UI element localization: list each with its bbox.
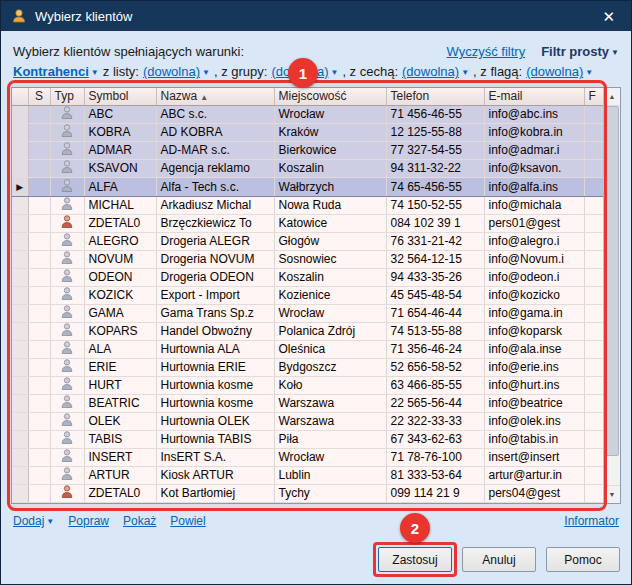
show-link[interactable]: Pokaż <box>123 514 156 528</box>
row-marker <box>12 123 28 141</box>
cell-type <box>50 304 84 322</box>
table-row[interactable]: NOVUMDrogeria NOVUMSosnowiec32 564-12-15… <box>12 250 604 268</box>
cell-nazwa: Hurtownia kosme <box>156 376 274 394</box>
table-row[interactable]: MICHALArkadiusz MichalNowa Ruda74 150-52… <box>12 196 604 214</box>
cell-symbol: OLEK <box>84 412 156 430</box>
chevron-down-icon: ▼ <box>461 68 469 77</box>
cell-type <box>50 376 84 394</box>
z-listy-value[interactable]: (dowolna)▼ <box>143 64 210 79</box>
table-row[interactable]: ODEONDrogeria ODEONKoszalin94 433-35-26i… <box>12 268 604 286</box>
person-icon <box>61 377 73 390</box>
cell-type <box>50 430 84 448</box>
clients-table: S Typ Symbol Nazwa▲ Miejscowość Telefon … <box>12 88 605 503</box>
apply-button[interactable]: Zastosuj <box>378 547 452 572</box>
column-header-f[interactable]: F <box>584 88 604 105</box>
edit-link[interactable]: Popraw <box>68 514 109 528</box>
table-row[interactable]: GAMAGama Trans Sp.zWrocław71 654-46-44in… <box>12 304 604 322</box>
z-grupy-value[interactable]: (dowolna)▼ <box>271 64 338 79</box>
apply-button-wrap: Zastosuj 2 <box>378 547 452 572</box>
cell-type <box>50 123 84 141</box>
cell-email: insert@insert <box>484 448 584 466</box>
cell-status <box>28 250 50 268</box>
cell-type <box>50 394 84 412</box>
cell-f <box>584 376 604 394</box>
cell-miejscowosc: Nowa Ruda <box>274 196 386 214</box>
cell-symbol: ODEON <box>84 268 156 286</box>
cell-f <box>584 412 604 430</box>
table-row[interactable]: ERIEHurtownia ERIEBydgoszcz52 656-58-52i… <box>12 358 604 376</box>
cell-nazwa: Brzęczkiewicz To <box>156 214 274 232</box>
vertical-scrollbar[interactable]: ▲ ▼ <box>603 88 620 503</box>
help-button[interactable]: Pomoc <box>546 547 620 572</box>
table-row[interactable]: BEATRICHurtownia kosmeWarszawa22 565-56-… <box>12 394 604 412</box>
person-red-icon <box>61 485 73 498</box>
column-header-nazwa[interactable]: Nazwa▲ <box>156 88 274 105</box>
close-icon[interactable]: ✕ <box>596 7 621 26</box>
scroll-up-icon[interactable]: ▲ <box>604 88 620 106</box>
cell-miejscowosc: Warszawa <box>274 394 386 412</box>
column-header-symbol[interactable]: Symbol <box>84 88 156 105</box>
table-row[interactable]: ▶ALFAAlfa - Tech s.c.Wałbrzych74 65-456-… <box>12 177 604 196</box>
duplicate-link[interactable]: Powiel <box>170 514 205 528</box>
cell-status <box>28 177 50 196</box>
row-marker <box>12 214 28 232</box>
cell-telefon: 084 102 39 1 <box>386 214 484 232</box>
z-grupy-label: , z grupy: <box>214 64 267 79</box>
table-row[interactable]: ADMARAD-MAR s.c.Bierkowice77 327-54-55in… <box>12 141 604 159</box>
cell-type <box>50 412 84 430</box>
table-row[interactable]: INSERTInsERT S.A.Wrocław71 78-76-100inse… <box>12 448 604 466</box>
column-header-s[interactable]: S <box>28 88 50 105</box>
cell-email: info@odeon.i <box>484 268 584 286</box>
kontrahenci-link[interactable]: Kontrahenci▼ <box>13 64 99 79</box>
person-icon <box>61 467 73 480</box>
cell-email: info@gama.in <box>484 304 584 322</box>
table-row[interactable]: TABISHurtownia TABISPiła67 343-62-63info… <box>12 430 604 448</box>
scrollbar-thumb[interactable] <box>605 106 619 456</box>
cell-symbol: ALEGRO <box>84 232 156 250</box>
cell-f <box>584 214 604 232</box>
cell-email: info@beatrice <box>484 394 584 412</box>
cell-type <box>50 286 84 304</box>
z-cecha-value[interactable]: (dowolna)▼ <box>402 64 469 79</box>
table-row[interactable]: ARTURKiosk ARTURLublin81 333-53-64artur@… <box>12 466 604 484</box>
row-marker <box>12 412 28 430</box>
row-marker <box>12 430 28 448</box>
add-link[interactable]: Dodaj▼ <box>13 514 54 528</box>
row-marker <box>12 448 28 466</box>
cell-status <box>28 448 50 466</box>
cell-type <box>50 214 84 232</box>
cell-miejscowosc: Piła <box>274 430 386 448</box>
informator-link[interactable]: Informator <box>564 514 619 528</box>
cell-telefon: 22 322-33-33 <box>386 412 484 430</box>
cell-type <box>50 105 84 123</box>
table-row[interactable]: ZDETAL0Brzęczkiewicz ToKatowice084 102 3… <box>12 214 604 232</box>
table-row[interactable]: KOZICKExport - ImportKozienice45 545-48-… <box>12 286 604 304</box>
window-icon <box>11 8 27 24</box>
cell-f <box>584 159 604 177</box>
clear-filters-link[interactable]: Wyczyść filtry <box>447 44 526 59</box>
cell-miejscowosc: Warszawa <box>274 412 386 430</box>
cell-status <box>28 412 50 430</box>
z-flaga-value[interactable]: (dowolna)▼ <box>526 64 593 79</box>
table-row[interactable]: OLEKHurtownia OLEKWarszawa22 322-33-33in… <box>12 412 604 430</box>
scroll-down-icon[interactable]: ▼ <box>604 485 620 503</box>
column-header-email[interactable]: E-mail <box>484 88 584 105</box>
simple-filter-link[interactable]: Filtr prosty▼ <box>541 44 619 59</box>
cell-symbol: BEATRIC <box>84 394 156 412</box>
person-icon <box>61 233 73 246</box>
column-header-miejscowosc[interactable]: Miejscowość <box>274 88 386 105</box>
cell-type <box>50 177 84 196</box>
cell-miejscowosc: Wrocław <box>274 304 386 322</box>
table-row[interactable]: ALEGRODrogeria ALEGRGłogów76 331-21-42in… <box>12 232 604 250</box>
table-row[interactable]: KSAVONAgencja reklamoKoszalin94 311-32-2… <box>12 159 604 177</box>
cell-symbol: KOBRA <box>84 123 156 141</box>
table-row[interactable]: KOBRAAD KOBRAKraków12 125-55-88info@kobr… <box>12 123 604 141</box>
column-header-typ[interactable]: Typ <box>50 88 84 105</box>
table-row[interactable]: ABCABC s.c.Wrocław71 456-46-55info@abc.i… <box>12 105 604 123</box>
cancel-button[interactable]: Anuluj <box>462 547 536 572</box>
column-header-telefon[interactable]: Telefon <box>386 88 484 105</box>
table-row[interactable]: ALAHurtownia ALAOleśnica71 356-46-24info… <box>12 340 604 358</box>
table-row[interactable]: HURTHurtownia kosmeKoło63 466-85-55info@… <box>12 376 604 394</box>
table-row[interactable]: KOPARSHandel ObwoźnyPolanica Zdrój74 513… <box>12 322 604 340</box>
table-row[interactable]: ZDETAL0Kot BartłomiejTychy099 114 21 9pe… <box>12 484 604 502</box>
